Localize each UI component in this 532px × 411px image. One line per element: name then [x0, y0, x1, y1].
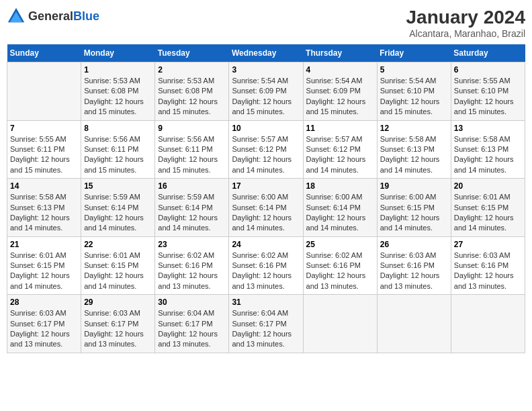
day-info-line: Sunrise: 5:57 AM	[232, 135, 288, 143]
day-number: 21	[10, 240, 78, 249]
day-number: 14	[10, 181, 78, 191]
day-info-line: Sunset: 6:16 PM	[232, 261, 286, 269]
day-info-line: Daylight: 12 hours	[158, 97, 218, 105]
day-info: Sunrise: 5:55 AMSunset: 6:10 PMDaylight:…	[454, 76, 522, 118]
day-info-line: and 14 minutes.	[84, 224, 136, 232]
day-info: Sunrise: 6:00 AMSunset: 6:15 PMDaylight:…	[380, 192, 448, 234]
day-info-line: Daylight: 12 hours	[10, 155, 70, 163]
logo-blue: Blue	[73, 9, 99, 23]
day-info-line: and 15 minutes.	[84, 166, 136, 174]
day-cell: 7Sunrise: 5:55 AMSunset: 6:11 PMDaylight…	[7, 120, 81, 179]
day-info-line: and 13 minutes.	[232, 282, 284, 290]
day-number: 4	[306, 65, 374, 75]
day-info-line: Daylight: 12 hours	[454, 97, 514, 105]
day-info-line: Daylight: 12 hours	[306, 97, 366, 105]
day-info-line: Daylight: 12 hours	[158, 214, 218, 222]
day-info: Sunrise: 6:03 AMSunset: 6:17 PMDaylight:…	[84, 308, 152, 350]
week-row-2: 7Sunrise: 5:55 AMSunset: 6:11 PMDaylight…	[7, 120, 525, 179]
day-number: 28	[10, 298, 78, 307]
day-info: Sunrise: 6:04 AMSunset: 6:17 PMDaylight:…	[232, 308, 300, 350]
day-info: Sunrise: 6:02 AMSunset: 6:16 PMDaylight:…	[158, 250, 226, 292]
day-info: Sunrise: 5:53 AMSunset: 6:08 PMDaylight:…	[84, 76, 152, 118]
logo-icon	[7, 7, 26, 26]
day-cell: 26Sunrise: 6:03 AMSunset: 6:16 PMDayligh…	[377, 236, 451, 295]
day-cell: 14Sunrise: 5:58 AMSunset: 6:13 PMDayligh…	[7, 179, 81, 237]
day-cell: 27Sunrise: 6:03 AMSunset: 6:16 PMDayligh…	[451, 236, 525, 295]
day-info: Sunrise: 5:55 AMSunset: 6:11 PMDaylight:…	[10, 134, 78, 176]
day-number: 10	[232, 124, 300, 133]
week-row-3: 14Sunrise: 5:58 AMSunset: 6:13 PMDayligh…	[7, 179, 525, 237]
day-info: Sunrise: 6:03 AMSunset: 6:16 PMDaylight:…	[454, 250, 522, 292]
day-info: Sunrise: 6:00 AMSunset: 6:14 PMDaylight:…	[306, 192, 374, 234]
day-info-line: Daylight: 12 hours	[380, 271, 440, 279]
day-info: Sunrise: 5:58 AMSunset: 6:13 PMDaylight:…	[454, 134, 522, 176]
day-info-line: Daylight: 12 hours	[306, 214, 366, 222]
day-info-line: Sunrise: 6:01 AM	[454, 193, 511, 201]
day-info-line: Daylight: 12 hours	[232, 330, 292, 338]
day-info: Sunrise: 5:56 AMSunset: 6:11 PMDaylight:…	[158, 134, 226, 176]
day-info-line: Sunset: 6:13 PM	[380, 145, 435, 153]
day-info-line: and 15 minutes.	[380, 107, 433, 116]
calendar-header-row: SundayMondayTuesdayWednesdayThursdayFrid…	[7, 44, 525, 62]
day-info: Sunrise: 6:02 AMSunset: 6:16 PMDaylight:…	[306, 250, 374, 292]
day-cell: 25Sunrise: 6:02 AMSunset: 6:16 PMDayligh…	[303, 236, 377, 295]
day-info-line: Daylight: 12 hours	[380, 214, 440, 222]
day-info-line: and 13 minutes.	[158, 282, 210, 290]
day-cell: 12Sunrise: 5:58 AMSunset: 6:13 PMDayligh…	[377, 120, 451, 179]
day-info-line: and 14 minutes.	[232, 166, 284, 174]
day-info-line: and 14 minutes.	[232, 224, 284, 232]
day-info-line: Sunset: 6:12 PM	[232, 145, 286, 153]
day-cell: 3Sunrise: 5:54 AMSunset: 6:09 PMDaylight…	[229, 62, 303, 121]
day-info-line: Sunrise: 6:04 AM	[232, 309, 288, 317]
day-info-line: Daylight: 12 hours	[84, 97, 144, 105]
day-info-line: Sunrise: 5:53 AM	[84, 77, 140, 85]
day-info-line: Sunrise: 5:58 AM	[10, 193, 66, 201]
day-info-line: and 13 minutes.	[380, 282, 433, 290]
day-info-line: Daylight: 12 hours	[232, 214, 292, 222]
day-info-line: Sunrise: 6:00 AM	[306, 193, 363, 201]
day-info-line: Sunset: 6:08 PM	[84, 87, 138, 95]
day-number: 12	[380, 124, 448, 133]
day-info: Sunrise: 6:02 AMSunset: 6:16 PMDaylight:…	[232, 250, 300, 292]
day-info-line: Sunrise: 5:55 AM	[454, 77, 511, 85]
day-info-line: Daylight: 12 hours	[232, 155, 292, 163]
day-info-line: Sunrise: 6:00 AM	[380, 193, 437, 201]
page-header: GeneralBlue January 2024 Alcantara, Mara…	[7, 7, 525, 39]
day-info: Sunrise: 6:01 AMSunset: 6:15 PMDaylight:…	[10, 250, 78, 292]
day-info-line: Daylight: 12 hours	[454, 155, 514, 163]
day-info-line: Sunrise: 6:01 AM	[84, 251, 140, 259]
day-info-line: Sunset: 6:15 PM	[10, 261, 64, 269]
day-info-line: and 15 minutes.	[454, 107, 506, 116]
day-info-line: Daylight: 12 hours	[10, 271, 70, 279]
day-cell: 4Sunrise: 5:54 AMSunset: 6:09 PMDaylight…	[303, 62, 377, 121]
day-info-line: Sunrise: 5:59 AM	[84, 193, 140, 201]
header-tuesday: Tuesday	[155, 44, 229, 62]
calendar-table: SundayMondayTuesdayWednesdayThursdayFrid…	[7, 44, 525, 353]
day-info-line: Daylight: 12 hours	[306, 155, 366, 163]
day-info-line: Sunrise: 5:56 AM	[158, 135, 214, 143]
day-cell: 5Sunrise: 5:54 AMSunset: 6:10 PMDaylight…	[377, 62, 451, 121]
title-block: January 2024 Alcantara, Maranhao, Brazil	[406, 7, 525, 39]
day-info: Sunrise: 5:57 AMSunset: 6:12 PMDaylight:…	[232, 134, 300, 176]
day-cell: 28Sunrise: 6:03 AMSunset: 6:17 PMDayligh…	[7, 295, 81, 353]
day-info-line: Daylight: 12 hours	[84, 214, 144, 222]
day-cell: 19Sunrise: 6:00 AMSunset: 6:15 PMDayligh…	[377, 179, 451, 237]
day-info-line: and 14 minutes.	[84, 282, 136, 290]
day-info-line: and 13 minutes.	[232, 340, 284, 348]
day-info-line: and 14 minutes.	[10, 224, 62, 232]
day-info-line: Sunset: 6:09 PM	[306, 87, 361, 95]
main-title: January 2024	[406, 7, 525, 28]
day-number: 27	[454, 240, 522, 249]
week-row-4: 21Sunrise: 6:01 AMSunset: 6:15 PMDayligh…	[7, 236, 525, 295]
day-info-line: Sunset: 6:08 PM	[158, 87, 212, 95]
day-info: Sunrise: 5:54 AMSunset: 6:10 PMDaylight:…	[380, 76, 448, 118]
day-number: 11	[306, 124, 374, 133]
day-info-line: and 15 minutes.	[306, 107, 359, 116]
day-info-line: Sunrise: 6:01 AM	[10, 251, 66, 259]
day-number: 30	[158, 298, 226, 307]
day-info-line: Sunrise: 6:03 AM	[84, 309, 140, 317]
day-info-line: and 14 minutes.	[380, 224, 433, 232]
day-number: 23	[158, 240, 226, 249]
day-info-line: Daylight: 12 hours	[380, 155, 440, 163]
day-info-line: Sunrise: 6:03 AM	[380, 251, 437, 259]
